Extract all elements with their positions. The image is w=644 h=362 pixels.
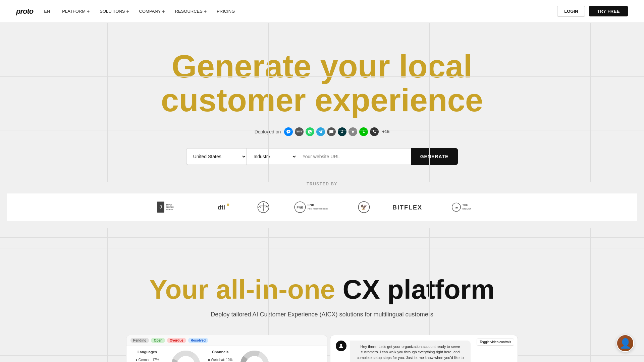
svg-line-13 (267, 206, 268, 208)
logo-the-media: TM THE MEDIA (449, 199, 490, 216)
floating-avatar[interactable]: 👤 (616, 335, 634, 352)
whatsapp-icon (306, 127, 314, 136)
svg-text:🦅: 🦅 (361, 204, 367, 210)
messenger-icon (284, 127, 293, 136)
logo-super-service: J SUPER SERVICE CENTER (154, 199, 188, 216)
sms-icon: SMS (295, 127, 304, 136)
svg-point-0 (352, 131, 354, 133)
line-icon: L (359, 127, 368, 136)
bot-avatar-1 (336, 341, 346, 351)
nav-resources[interactable]: RESOURCES + (171, 7, 211, 16)
website-url-input[interactable] (297, 148, 411, 165)
svg-text:SERVICE: SERVICE (166, 206, 174, 208)
svg-line-11 (260, 206, 261, 208)
trusted-section: TRUSTED BY J SUPER SERVICE CENTER dti (7, 182, 637, 228)
try-free-button[interactable]: TRY FREE (589, 6, 628, 16)
industry-select[interactable]: Industry Healthcare Finance Retail (247, 148, 297, 165)
nav-links: PLATFORM + SOLUTIONS + COMPANY + RESOURC… (58, 7, 557, 16)
svg-line-14 (266, 206, 267, 208)
bubble-icon (348, 127, 357, 136)
channel-icons: SMS Z L (284, 127, 379, 136)
svg-text:BITFLEX: BITFLEX (392, 204, 422, 211)
nav-solutions[interactable]: SOLUTIONS + (96, 7, 133, 16)
zendesk-icon: Z (338, 127, 346, 136)
svg-text:CENTER: CENTER (166, 208, 173, 210)
pill-resolved: Resolved (188, 338, 208, 343)
chat-panel: Toggle video controls Hey there! Let's g… (330, 335, 518, 362)
logo-row: J SUPER SERVICE CENTER dti (7, 193, 637, 221)
plus-count: +15 (382, 129, 389, 134)
deployed-row: Deployed on SMS Z L +15 (7, 127, 637, 136)
preview-row: Pending Open Overdue Resolved Languages … (7, 335, 637, 362)
status-bar: Pending Open Overdue Resolved (126, 335, 327, 346)
login-button[interactable]: LOGIN (557, 6, 585, 17)
navbar-actions: LOGIN TRY FREE (557, 6, 628, 17)
svg-text:J: J (159, 204, 162, 209)
nav-platform[interactable]: PLATFORM + (58, 7, 94, 16)
chat-icon (327, 127, 336, 136)
chart-area: Languages ● German: 17% ● French: 15% ● … (126, 346, 327, 362)
hero-section: Generate your local customer experience … (0, 23, 644, 248)
svg-text:dti: dti (218, 204, 225, 211)
generate-button[interactable]: GENERATE (411, 148, 458, 165)
deployed-label: Deployed on (255, 129, 281, 134)
navbar: proto EN PLATFORM + SOLUTIONS + COMPANY … (0, 0, 644, 23)
channels-stats: Channels ■ Webchat: 10% ■ Zalo: 25% ■ Te… (208, 350, 233, 362)
hero-title: Generate your local customer experience (7, 50, 637, 117)
telegram-icon (316, 127, 325, 136)
svg-text:First National Bank: First National Bank (308, 207, 328, 210)
logo-dti: dti (208, 199, 235, 216)
svg-line-12 (259, 206, 260, 208)
logo-justice: ⚖ (255, 199, 272, 216)
logo: proto (16, 7, 33, 16)
nav-pricing[interactable]: PRICING (213, 7, 239, 16)
logo-eagle: 🦅 (356, 199, 372, 216)
chat-message-1: Hey there! Let's get your organization a… (350, 341, 471, 362)
logo-bitflex: BITFLEX (392, 199, 429, 216)
pill-overdue: Overdue (167, 338, 186, 343)
donut-chart (171, 350, 201, 362)
dashboard-panel: Pending Open Overdue Resolved Languages … (126, 335, 327, 362)
cx-title: Your all-in-one CX platform (7, 275, 637, 304)
language-stats: Languages ● German: 17% ● French: 15% ● … (130, 350, 164, 362)
generate-form: United States United Kingdom Canada Aust… (7, 148, 637, 165)
toggle-video-button[interactable]: Toggle video controls (477, 339, 514, 346)
svg-text:FNB: FNB (308, 203, 314, 206)
trusted-label: TRUSTED BY (7, 182, 637, 186)
avatar-image: 👤 (617, 335, 633, 351)
svg-point-7 (227, 203, 229, 206)
phone-icon (370, 127, 379, 136)
svg-text:MEDIA: MEDIA (462, 207, 471, 210)
svg-text:SUPER: SUPER (166, 204, 172, 206)
svg-point-39 (340, 344, 342, 346)
svg-text:⚖: ⚖ (263, 208, 264, 210)
logo-fnb: FNB FNB First National Bank (292, 199, 335, 216)
svg-text:FNB: FNB (297, 205, 303, 209)
pill-pending: Pending (130, 338, 149, 343)
channels-donut (239, 350, 270, 362)
pill-open: Open (151, 338, 165, 343)
svg-text:THE: THE (462, 203, 468, 206)
lang-selector[interactable]: EN (44, 9, 50, 14)
cx-subtitle: Deploy tailored AI Customer Experience (… (7, 311, 637, 318)
svg-text:TM: TM (454, 206, 459, 209)
country-select[interactable]: United States United Kingdom Canada Aust… (186, 148, 247, 165)
nav-company[interactable]: COMPANY + (135, 7, 169, 16)
cx-section: Your all-in-one CX platform Deploy tailo… (0, 248, 644, 362)
